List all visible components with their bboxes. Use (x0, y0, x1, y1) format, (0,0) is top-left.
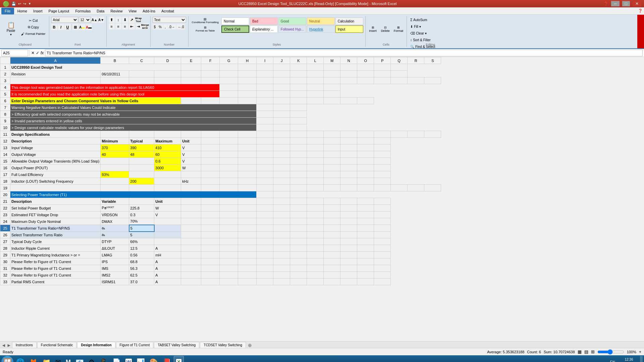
list-item[interactable] (357, 238, 374, 245)
list-item[interactable] (201, 265, 220, 272)
list-item[interactable] (238, 252, 257, 258)
list-item[interactable] (273, 131, 290, 138)
list-item[interactable] (181, 171, 201, 178)
list-item[interactable] (257, 198, 273, 205)
list-item[interactable] (220, 151, 238, 158)
col-header-E[interactable]: E (181, 57, 201, 64)
show-desktop-btn[interactable] (640, 356, 643, 362)
formulas-menu[interactable]: Formulas (72, 8, 93, 14)
list-item[interactable]: 225.8 (129, 205, 154, 212)
list-item[interactable] (257, 205, 273, 212)
list-item[interactable] (257, 238, 273, 245)
col-header-R[interactable]: R (408, 57, 424, 64)
list-item[interactable] (374, 225, 391, 232)
list-item[interactable] (273, 265, 290, 272)
row-header-23[interactable]: 23 (0, 212, 10, 218)
list-item[interactable] (10, 77, 101, 84)
list-item[interactable] (257, 138, 273, 144)
list-item[interactable]: a₁ (101, 232, 129, 238)
list-item[interactable] (357, 232, 374, 238)
list-item[interactable] (357, 279, 374, 285)
list-item[interactable] (154, 185, 181, 191)
list-item[interactable]: Typical (129, 138, 154, 144)
list-item[interactable] (181, 218, 201, 225)
list-item[interactable] (257, 212, 273, 218)
list-item[interactable] (307, 205, 324, 212)
followed-hyp-style[interactable]: Followed Hyp... (278, 25, 306, 33)
list-item[interactable] (357, 205, 374, 212)
explanatory-style[interactable]: Explanatory ... (250, 25, 278, 33)
list-item[interactable] (154, 71, 181, 77)
list-item[interactable] (324, 165, 340, 171)
list-item[interactable] (374, 212, 391, 218)
list-item[interactable] (340, 151, 357, 158)
list-item[interactable] (257, 151, 273, 158)
list-item[interactable] (238, 265, 257, 272)
list-item[interactable] (307, 91, 324, 98)
add-ins-menu[interactable]: Add-Ins (140, 8, 158, 14)
list-item[interactable]: IPS (101, 258, 129, 265)
list-item[interactable] (324, 158, 340, 165)
quick-access-undo[interactable]: ↩ (18, 2, 21, 6)
list-item[interactable] (273, 258, 290, 265)
calculation-style[interactable]: Calculation (335, 17, 363, 25)
list-item[interactable] (324, 232, 340, 238)
list-item[interactable]: 0.6 (154, 158, 181, 165)
list-item[interactable] (340, 258, 357, 265)
list-item[interactable] (307, 71, 324, 77)
insert-function-icon[interactable]: fx (41, 51, 44, 55)
col-header-J[interactable]: J (273, 57, 290, 64)
taskbar-misc1[interactable]: ⚙ (87, 356, 97, 362)
row-header-24[interactable]: 24 (0, 218, 10, 225)
list-item[interactable]: 3000 (154, 165, 181, 171)
insert-btn[interactable]: ⊞ Insert (368, 20, 378, 39)
list-item[interactable] (257, 185, 273, 191)
list-item[interactable]: ΔILOUT (101, 245, 129, 252)
list-item[interactable]: Allowable Output Voltage Transients (90%… (10, 158, 101, 165)
list-item[interactable] (201, 71, 220, 77)
list-item[interactable]: Output Voltage (10, 151, 101, 158)
list-item[interactable] (357, 265, 374, 272)
list-item[interactable] (340, 64, 357, 71)
list-item[interactable] (201, 232, 220, 238)
list-item[interactable] (201, 171, 220, 178)
format-as-table-btn[interactable]: ⊞ Format as Table (191, 25, 220, 33)
row-header-28[interactable]: 28 (0, 245, 10, 252)
list-item[interactable] (357, 178, 374, 185)
help-icon[interactable]: ❓ (604, 2, 608, 6)
list-item[interactable]: Selecting Power Transformer (T1) (10, 191, 257, 198)
list-item[interactable] (424, 131, 441, 138)
sheet-tab-figure-t1[interactable]: Figure of T1 Current (116, 342, 154, 348)
list-item[interactable] (181, 77, 201, 84)
list-item[interactable] (273, 185, 290, 191)
list-item[interactable] (408, 185, 424, 191)
list-item[interactable] (238, 158, 257, 165)
list-item[interactable] (290, 272, 307, 279)
list-item[interactable] (324, 272, 340, 279)
list-item[interactable] (357, 258, 374, 265)
list-item[interactable] (324, 84, 340, 91)
list-item[interactable] (357, 71, 374, 77)
list-item[interactable] (324, 91, 340, 98)
list-item[interactable]: Design Specifications (10, 131, 101, 138)
list-item[interactable] (340, 225, 357, 232)
list-item[interactable] (273, 91, 290, 98)
list-item[interactable] (220, 279, 238, 285)
list-item[interactable] (238, 185, 257, 191)
data-menu[interactable]: Data (94, 8, 107, 14)
list-item[interactable] (220, 272, 238, 279)
list-item[interactable] (220, 205, 238, 212)
list-item[interactable] (238, 218, 257, 225)
list-item[interactable] (340, 138, 357, 144)
list-item[interactable] (257, 218, 273, 225)
list-item[interactable]: 200 (129, 178, 154, 185)
list-item[interactable]: 0.3 (129, 212, 154, 218)
list-item[interactable] (324, 77, 340, 84)
list-item[interactable] (307, 138, 324, 144)
list-item[interactable] (273, 151, 290, 158)
list-item[interactable] (101, 77, 129, 84)
list-item[interactable] (181, 131, 201, 138)
list-item[interactable] (391, 131, 408, 138)
list-item[interactable]: 37.0 (129, 279, 154, 285)
list-item[interactable] (129, 185, 154, 191)
